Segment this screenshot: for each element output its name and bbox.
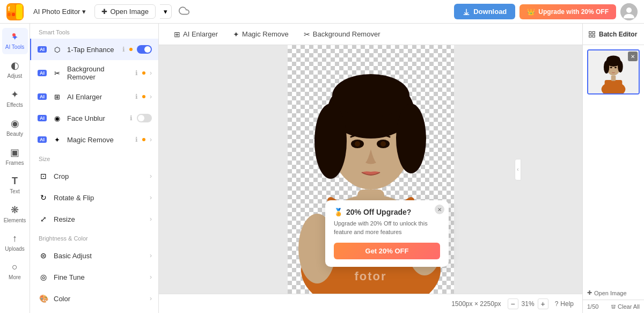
sidebar-item-text[interactable]: T Text: [2, 171, 28, 199]
panel-item-ai-enlarger[interactable]: AI ⊞ AI Enlarger ℹ ›: [30, 86, 158, 107]
panel-item-rotate-flip[interactable]: ↻ Rotate & Flip ›: [30, 187, 158, 208]
cloud-button[interactable]: [176, 3, 192, 20]
avatar-icon: [620, 3, 638, 20]
sidebar-item-effects[interactable]: ✦ Effects: [2, 84, 28, 112]
svg-point-39: [614, 67, 617, 68]
text-icon: T: [12, 176, 18, 187]
sidebar-item-adjust[interactable]: ◐ Adjust: [2, 55, 28, 83]
sidebar-item-ai-tools[interactable]: ✦ AI Tools: [2, 28, 28, 54]
color-arrow-icon: ›: [150, 295, 152, 302]
svg-rect-28: [592, 35, 595, 37]
magic-arrow-icon: ›: [150, 136, 152, 143]
frames-icon: ▣: [10, 147, 19, 158]
canvas-toolbar: ⊞ AI Enlarger ✦ Magic Remove ✂ Backgroun…: [159, 24, 582, 45]
app-title-chevron: ▾: [82, 8, 86, 16]
ai-enlarger-tool-button[interactable]: ⊞ AI Enlarger: [167, 27, 224, 41]
background-remover-tool-button[interactable]: ✂ Background Remover: [297, 27, 387, 41]
adjust-icon: ◐: [11, 60, 19, 71]
batch-editor-label: Batch Editor: [599, 31, 637, 38]
canvas-statusbar: 1500px × 2250px − 31% + ? Help: [159, 294, 582, 313]
canvas-viewport[interactable]: fotor ✕ 🏅 20% Off Upgrade? Upgrade with …: [159, 45, 582, 294]
basic-adjust-icon: ⊜: [38, 250, 49, 261]
zoom-in-button[interactable]: +: [538, 299, 548, 309]
svg-rect-26: [592, 31, 595, 33]
panel-item-background-remover[interactable]: AI ✂ Background Remover ℹ ›: [30, 60, 158, 86]
promo-title: 🏅 20% Off Upgrade?: [334, 208, 440, 216]
zoom-controls: − 31% +: [508, 299, 548, 309]
panel-item-magic-remove[interactable]: AI ✦ Magic Remove ℹ ›: [30, 129, 158, 150]
panel-item-one-tap-enhance[interactable]: AI ⬡ 1-Tap Enhance ℹ: [30, 39, 158, 60]
panel-item-color[interactable]: 🎨 Color ›: [30, 288, 158, 309]
svg-rect-4: [16, 4, 23, 19]
promo-close-button[interactable]: ✕: [435, 205, 444, 214]
ai-enlarger-label: AI Enlarger: [67, 93, 131, 101]
open-image-panel-label: Open Image: [594, 290, 627, 296]
svg-rect-32: [611, 75, 616, 81]
panel-item-crop[interactable]: ⊡ Crop ›: [30, 165, 158, 187]
enlarger-dot: [142, 95, 145, 98]
fotor-logo: f: [6, 3, 24, 20]
promo-description: Upgrade with 20% Off to unlock this feat…: [334, 220, 440, 236]
main-layout: ✦ AI Tools ◐ Adjust ✦ Effects ◉ Beauty ▣…: [0, 24, 644, 313]
face-unblur-label: Face Unblur: [67, 114, 126, 122]
open-image-plus-icon: ✚: [587, 289, 592, 296]
panel-item-resize[interactable]: ⤢ Resize ›: [30, 208, 158, 230]
resize-arrow-icon: ›: [150, 215, 152, 223]
sidebar-item-uploads[interactable]: ↑ Uploads: [2, 229, 28, 256]
help-button[interactable]: ? Help: [555, 300, 574, 308]
open-image-split-button[interactable]: ▾: [160, 4, 172, 19]
magic-remove-tool-button[interactable]: ✦ Magic Remove: [226, 27, 295, 41]
crop-label: Crop: [54, 172, 145, 180]
fine-tune-label: Fine Tune: [54, 273, 145, 281]
panel-item-fine-tune[interactable]: ◎ Fine Tune ›: [30, 266, 158, 288]
svg-rect-3: [12, 13, 15, 16]
enhance-toggle[interactable]: [137, 45, 152, 54]
thumbnail-delete-button[interactable]: ✕: [628, 52, 638, 61]
panel-item-face-unblur[interactable]: AI ◉ Face Unblur ℹ: [30, 107, 158, 129]
open-image-panel-button[interactable]: ✚ Open Image: [583, 286, 644, 300]
promo-cta-label: Get 20% OFF: [365, 247, 409, 255]
effects-icon: ✦: [11, 89, 19, 100]
background-remover-icon: ✂: [51, 67, 63, 79]
ai-badge-enlarger: AI: [38, 93, 47, 100]
promo-cta-button[interactable]: Get 20% OFF: [334, 243, 440, 259]
user-avatar[interactable]: [620, 3, 638, 20]
beauty-icon: ◉: [11, 118, 19, 129]
upgrade-button[interactable]: 👑 Upgrade with 20% OFF: [519, 4, 616, 19]
magic-remove-label: Magic Remove: [67, 136, 131, 144]
panel-item-basic-adjust[interactable]: ⊜ Basic Adjust ›: [30, 245, 158, 266]
svg-point-38: [610, 67, 612, 68]
enhance-icon: ⬡: [51, 43, 63, 55]
open-image-button[interactable]: ✚ Open Image: [94, 4, 156, 19]
unblur-toggle[interactable]: [137, 114, 152, 122]
zoom-out-button[interactable]: −: [508, 299, 518, 309]
svg-point-35: [604, 61, 609, 74]
enlarger-arrow-icon: ›: [150, 93, 152, 100]
app-title-button[interactable]: AI Photo Editor ▾: [30, 5, 89, 18]
promo-icon: 🏅: [334, 208, 343, 216]
right-panel-collapse-handle[interactable]: ‹: [515, 159, 521, 180]
download-button[interactable]: Download: [454, 4, 515, 19]
unblur-info-icon: ℹ: [130, 114, 133, 122]
smart-tools-section-label: Smart Tools: [30, 24, 158, 39]
sidebar-item-more[interactable]: ○ More: [2, 257, 28, 285]
basic-adjust-label: Basic Adjust: [54, 252, 145, 260]
panel-item-invert-colors[interactable]: ◑ Invert Colors: [30, 309, 158, 313]
download-label: Download: [473, 8, 507, 16]
sidebar-item-frames[interactable]: ▣ Frames: [2, 142, 28, 170]
color-label: Color: [54, 295, 145, 303]
enlarger-info-icon: ℹ: [135, 93, 138, 100]
sidebar-item-beauty[interactable]: ◉ Beauty: [2, 113, 28, 141]
magic-remove-tool-label: Magic Remove: [242, 30, 289, 38]
sidebar-item-elements[interactable]: ❋ Elements: [2, 200, 28, 228]
right-panel-content: ✕: [583, 45, 644, 286]
clear-all-icon: [611, 304, 616, 309]
enhance-label: 1-Tap Enhance: [67, 46, 118, 54]
svg-rect-31: [605, 80, 623, 93]
ai-tools-icon-wrapper: ✦: [11, 32, 18, 42]
batch-editor-icon: [588, 31, 596, 38]
ai-badge-enhance: AI: [38, 46, 47, 53]
face-unblur-icon: ◉: [51, 112, 63, 124]
clear-all-button[interactable]: Clear All: [611, 303, 640, 310]
help-label: Help: [560, 300, 574, 308]
